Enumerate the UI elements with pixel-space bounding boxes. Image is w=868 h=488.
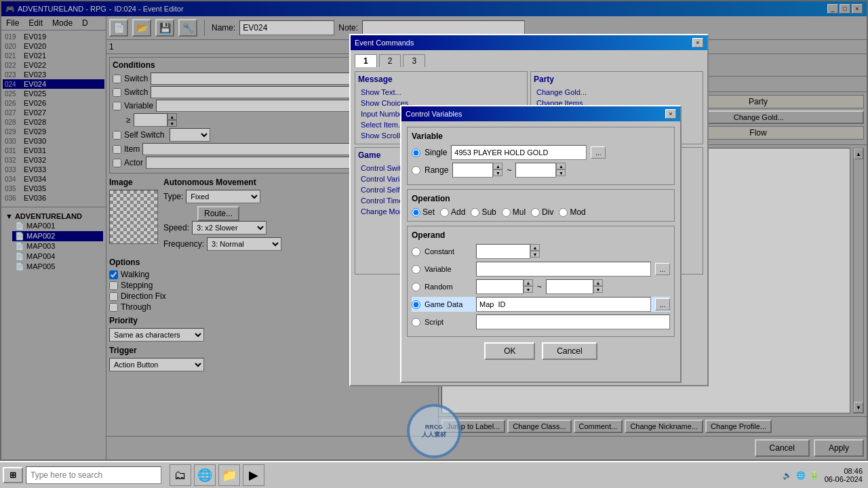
event-commands-tabs: 1 2 3 bbox=[355, 54, 703, 67]
party-section-title: Party bbox=[534, 75, 700, 84]
tilde-symbol: ~ bbox=[507, 165, 511, 175]
taskbar-app-1[interactable]: 🗂 bbox=[170, 464, 191, 486]
single-value-input[interactable] bbox=[451, 145, 587, 160]
operand-random-label: Random bbox=[425, 283, 472, 291]
random-from-input[interactable] bbox=[476, 279, 524, 294]
show-text-item[interactable]: Show Text... bbox=[358, 87, 524, 98]
start-button[interactable]: ⊞ bbox=[3, 467, 23, 483]
random-to-down[interactable]: ▼ bbox=[593, 286, 603, 293]
operand-variable-row: Variable ... bbox=[412, 262, 670, 277]
op-sub-radio[interactable] bbox=[471, 208, 479, 217]
range-from-input[interactable] bbox=[452, 163, 493, 178]
cv-ok-button[interactable]: OK bbox=[484, 342, 535, 360]
single-row: Single ... bbox=[412, 145, 670, 160]
taskbar-apps: 🗂 🌐 📁 ▶ bbox=[170, 464, 264, 486]
random-to-up[interactable]: ▲ bbox=[593, 279, 603, 286]
op-mul-radio[interactable] bbox=[502, 208, 511, 217]
operation-section: Operation Set Add Sub Mul D bbox=[407, 189, 675, 222]
range-to-spin-btns: ▲ ▼ bbox=[556, 163, 566, 178]
operation-section-title: Operation bbox=[412, 194, 670, 203]
operand-section-title: Operand bbox=[412, 230, 670, 240]
taskbar-right: 🔊 🌐 🔋 08:46 06-06-2024 bbox=[783, 467, 865, 483]
modal-overlay: Event Commands × 1 2 3 Message Show Text… bbox=[0, 0, 868, 488]
cv-content: Variable Single ... Range ▲ ▼ bbox=[401, 121, 680, 365]
random-to-spinner: ▲ ▼ bbox=[546, 279, 603, 294]
gamedata-input[interactable] bbox=[476, 297, 651, 312]
ec-tab-2[interactable]: 2 bbox=[379, 54, 401, 67]
event-commands-close-btn[interactable]: × bbox=[692, 38, 703, 47]
operand-gamedata-radio[interactable] bbox=[412, 300, 420, 309]
op-add-label: Add bbox=[440, 207, 465, 217]
operand-section: Operand Constant ▲ ▼ Variable bbox=[407, 226, 675, 337]
clock-time: 08:46 bbox=[825, 467, 863, 475]
op-add-radio[interactable] bbox=[440, 208, 449, 217]
op-sub-label: Sub bbox=[471, 207, 496, 217]
range-label: Range bbox=[425, 165, 448, 175]
operand-random-radio[interactable] bbox=[412, 283, 420, 291]
script-input[interactable] bbox=[476, 314, 670, 329]
range-radio[interactable] bbox=[412, 166, 420, 175]
random-from-up[interactable]: ▲ bbox=[524, 279, 533, 286]
random-from-down[interactable]: ▼ bbox=[524, 286, 533, 293]
variable-section: Variable Single ... Range ▲ ▼ bbox=[407, 127, 675, 185]
range-from-spin-btns: ▲ ▼ bbox=[493, 163, 502, 178]
systray-icon-3: 🔋 bbox=[810, 471, 819, 480]
random-to-input[interactable] bbox=[546, 279, 593, 294]
range-to-down[interactable]: ▼ bbox=[556, 169, 566, 176]
constant-input[interactable] bbox=[476, 244, 530, 259]
range-to-up[interactable]: ▲ bbox=[556, 163, 566, 169]
random-tilde: ~ bbox=[537, 282, 542, 291]
op-div-radio[interactable] bbox=[531, 208, 540, 217]
systray-icon-2: 🌐 bbox=[796, 471, 806, 480]
constant-down[interactable]: ▼ bbox=[530, 251, 540, 258]
control-variables-modal: Control Variables × Variable Single ... … bbox=[400, 105, 682, 383]
range-to-spinner: ▲ ▼ bbox=[515, 163, 566, 178]
systray-icon-1: 🔊 bbox=[783, 471, 792, 480]
range-from-down[interactable]: ▼ bbox=[493, 169, 502, 176]
taskbar-app-3[interactable]: 📁 bbox=[218, 464, 240, 486]
op-div-label: Div bbox=[531, 207, 553, 217]
operand-variable-radio[interactable] bbox=[412, 265, 420, 274]
control-vars-title: Control Variables bbox=[406, 110, 462, 118]
taskbar-search-input[interactable] bbox=[26, 466, 161, 484]
single-radio[interactable] bbox=[412, 148, 420, 157]
ec-tab-1[interactable]: 1 bbox=[355, 54, 377, 67]
control-vars-title-bar: Control Variables × bbox=[401, 106, 680, 121]
operand-constant-label: Constant bbox=[425, 247, 472, 256]
gamedata-dots-btn[interactable]: ... bbox=[655, 298, 670, 310]
single-label: Single bbox=[425, 148, 447, 157]
clock-date: 06-06-2024 bbox=[825, 475, 863, 483]
message-section-title: Message bbox=[358, 75, 524, 84]
op-mul-label: Mul bbox=[502, 207, 526, 217]
operand-constant-radio[interactable] bbox=[412, 247, 420, 256]
constant-spinner: ▲ ▼ bbox=[476, 244, 540, 259]
control-vars-close-btn[interactable]: × bbox=[665, 109, 676, 119]
operand-script-radio[interactable] bbox=[412, 318, 420, 327]
event-commands-title: Event Commands bbox=[355, 39, 414, 47]
cv-ok-cancel-area: OK Cancel bbox=[407, 342, 675, 360]
clock: 08:46 06-06-2024 bbox=[825, 467, 863, 483]
operation-row: Set Add Sub Mul Div Mod bbox=[412, 207, 670, 217]
range-from-spinner: ▲ ▼ bbox=[452, 163, 502, 178]
cv-cancel-button[interactable]: Cancel bbox=[542, 342, 597, 360]
op-mod-label: Mod bbox=[559, 207, 585, 217]
op-mod-radio[interactable] bbox=[559, 208, 568, 217]
range-row: Range ▲ ▼ ~ ▲ ▼ bbox=[412, 163, 670, 178]
operand-random-row: Random ▲ ▼ ~ ▲ ▼ bbox=[412, 279, 670, 294]
change-gold-item[interactable]: Change Gold... bbox=[534, 87, 700, 98]
range-to-input[interactable] bbox=[515, 163, 556, 178]
op-set-radio[interactable] bbox=[412, 208, 420, 217]
event-commands-title-bar: Event Commands × bbox=[351, 35, 707, 50]
ec-tab-3[interactable]: 3 bbox=[403, 54, 425, 67]
single-dots-btn[interactable]: ... bbox=[591, 146, 606, 159]
variable-operand-input[interactable] bbox=[476, 262, 651, 277]
operand-gamedata-row: Game Data ... bbox=[412, 297, 670, 312]
constant-up[interactable]: ▲ bbox=[530, 244, 540, 251]
taskbar: ⊞ 🗂 🌐 📁 ▶ 🔊 🌐 🔋 08:46 06-06-2024 bbox=[0, 461, 868, 488]
variable-section-title: Variable bbox=[412, 131, 670, 141]
range-from-up[interactable]: ▲ bbox=[493, 163, 502, 169]
variable-operand-dots-btn[interactable]: ... bbox=[655, 263, 670, 275]
random-from-spinner: ▲ ▼ bbox=[476, 279, 533, 294]
taskbar-app-2[interactable]: 🌐 bbox=[194, 464, 216, 486]
taskbar-app-4[interactable]: ▶ bbox=[243, 464, 264, 486]
